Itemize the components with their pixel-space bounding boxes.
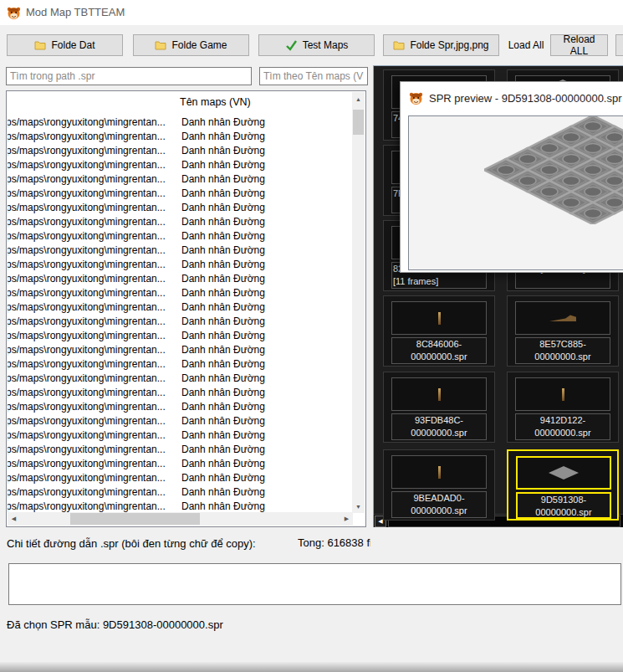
sprite-thumbnail — [515, 301, 610, 335]
reload-all-label: Reload ALL — [556, 33, 602, 57]
cell-map-name: Danh nhân Đường — [180, 130, 265, 144]
search-name-input[interactable] — [259, 67, 368, 85]
sprite-label: 9412D122-00000000.spr[11 frames] — [515, 413, 610, 440]
search-path-input[interactable] — [6, 67, 252, 85]
scroll-down-icon[interactable]: ▼ — [352, 500, 365, 513]
table-row[interactable]: ps/maps\rongyuxitong\mingrentan...Danh n… — [8, 300, 353, 315]
folde-dat-label: Folde Dat — [51, 39, 94, 51]
preview-title-bar[interactable]: SPR preview - 9D591308-00000000.spr — [401, 82, 623, 115]
sprite-card[interactable]: 9412D122-00000000.spr[11 frames] — [507, 372, 619, 443]
table-row[interactable]: ps/maps\rongyuxitong\mingrentan...Danh n… — [8, 130, 353, 144]
horizontal-scroll-thumb[interactable] — [70, 513, 200, 525]
detail-path-textbox[interactable] — [8, 563, 621, 605]
cell-path: ps/maps\rongyuxitong\mingrentan... — [8, 215, 180, 229]
table-row[interactable]: ps/maps\rongyuxitong\mingrentan...Danh n… — [8, 115, 353, 130]
scroll-up-icon[interactable]: ▲ — [352, 92, 365, 105]
sprite-thumbnail — [391, 301, 487, 335]
table-row[interactable]: ps/maps\rongyuxitong\mingrentan...Danh n… — [8, 457, 353, 471]
reload-all-button[interactable]: Reload ALL — [550, 34, 608, 56]
cell-path: ps/maps\rongyuxitong\mingrentan... — [8, 329, 180, 343]
table-row[interactable]: ps/maps\rongyuxitong\mingrentan...Danh n… — [8, 158, 353, 172]
cell-path: ps/maps\rongyuxitong\mingrentan... — [8, 158, 180, 172]
table-row[interactable]: ps/maps\rongyuxitong\mingrentan...Danh n… — [8, 286, 353, 300]
sprite-thumbnail — [515, 377, 610, 411]
table-row[interactable]: ps/maps\rongyuxitong\mingrentan...Danh n… — [8, 201, 353, 215]
table-vertical-scrollbar[interactable]: ▲ ▼ — [352, 92, 365, 513]
sprite-card[interactable]: 93FDB48C-00000000.spr[11 frames] — [383, 372, 495, 443]
folde-spr-button[interactable]: Folde Spr,jpg,png — [383, 34, 499, 56]
load-all-button[interactable]: Load All — [504, 34, 548, 56]
small-sprite-image — [438, 312, 441, 325]
sprite-card[interactable]: 8C846006-00000000.spr[11 frames] — [383, 295, 495, 367]
small-sprite-image — [562, 388, 564, 401]
spr-preview-window: SPR preview - 9D591308-00000000.spr — [400, 81, 623, 273]
tiger-app-icon — [7, 6, 21, 20]
detail-path-label: Chi tiết đường dẫn .spr (bôi đen từng ch… — [7, 537, 256, 550]
column-header-ten-maps[interactable]: Tên maps (VN) — [180, 96, 251, 108]
cell-map-name: Danh nhân Đường — [180, 244, 265, 258]
small-sprite-image — [438, 388, 441, 401]
cell-map-name: Danh nhân Đường — [180, 400, 265, 414]
folde-game-button[interactable]: Folde Game — [133, 34, 249, 56]
isometric-tile-floor-image — [484, 115, 623, 224]
sprite-file-name: 9D591308-00000000.spr — [518, 494, 610, 519]
table-row[interactable]: ps/maps\rongyuxitong\mingrentan...Danh n… — [8, 428, 353, 443]
cell-map-name: Danh nhân Đường — [180, 457, 265, 471]
small-sprite-image — [549, 315, 576, 322]
table-row[interactable]: ps/maps\rongyuxitong\mingrentan...Danh n… — [8, 329, 353, 343]
small-sprite-image — [438, 466, 441, 479]
cell-map-name: Danh nhân Đường — [180, 272, 265, 286]
scroll-right-icon[interactable]: ▶ — [340, 512, 353, 526]
table-row[interactable]: ps/maps\rongyuxitong\mingrentan...Danh n… — [8, 443, 353, 457]
sprite-label: 93FDB48C-00000000.spr[11 frames] — [391, 413, 487, 440]
table-row[interactable]: ps/maps\rongyuxitong\mingrentan...Danh n… — [8, 414, 353, 428]
test-maps-label: Test Maps — [303, 39, 349, 51]
total-files-label: Tong: 616838 file — [298, 536, 370, 549]
check-icon — [285, 40, 298, 51]
table-row[interactable]: ps/maps\rongyuxitong\mingrentan...Danh n… — [8, 386, 353, 400]
table-row[interactable]: ps/maps\rongyuxitong\mingrentan...Danh n… — [8, 372, 353, 386]
cell-path: ps/maps\rongyuxitong\mingrentan... — [8, 471, 180, 485]
folder-icon — [34, 40, 46, 50]
sprite-thumbnail — [516, 456, 611, 490]
table-row[interactable]: ps/maps\rongyuxitong\mingrentan...Danh n… — [8, 187, 353, 201]
table-row[interactable]: ps/maps\rongyuxitong\mingrentan...Danh n… — [8, 471, 353, 485]
table-row[interactable]: ps/maps\rongyuxitong\mingrentan...Danh n… — [8, 144, 353, 158]
table-row[interactable]: ps/maps\rongyuxitong\mingrentan...Danh n… — [8, 244, 353, 258]
cell-map-name: Danh nhân Đường — [180, 343, 265, 357]
vertical-scroll-thumb[interactable] — [353, 110, 364, 135]
sprite-label: 9BEADAD0-00000000.spr[11 frames] — [391, 491, 487, 518]
sprite-thumbnail — [391, 455, 487, 489]
tiger-app-icon — [409, 91, 423, 105]
cell-path: ps/maps\rongyuxitong\mingrentan... — [8, 485, 180, 500]
folde-dat-button[interactable]: Folde Dat — [7, 34, 123, 56]
scroll-left-icon[interactable]: ◀ — [8, 512, 20, 526]
cell-path: ps/maps\rongyuxitong\mingrentan... — [8, 386, 180, 400]
table-row[interactable]: ps/maps\rongyuxitong\mingrentan...Danh n… — [8, 343, 353, 357]
cell-path: ps/maps\rongyuxitong\mingrentan... — [8, 187, 180, 201]
table-row[interactable]: ps/maps\rongyuxitong\mingrentan...Danh n… — [8, 315, 353, 329]
table-row[interactable]: ps/maps\rongyuxitong\mingrentan...Danh n… — [8, 357, 353, 372]
table-horizontal-scrollbar[interactable]: ◀ ▶ — [8, 512, 353, 526]
cell-map-name: Danh nhân Đường — [180, 158, 265, 172]
sprite-card[interactable]: 9BEADAD0-00000000.spr[11 frames] — [383, 449, 495, 521]
table-row[interactable]: ps/maps\rongyuxitong\mingrentan...Danh n… — [8, 272, 353, 286]
clipped-right-button[interactable]: H — [615, 34, 623, 56]
table-row[interactable]: ps/maps\rongyuxitong\mingrentan...Danh n… — [8, 400, 353, 414]
cell-path: ps/maps\rongyuxitong\mingrentan... — [8, 315, 180, 329]
folde-game-label: Folde Game — [171, 39, 227, 51]
test-maps-button[interactable]: Test Maps — [258, 34, 375, 56]
sprite-label: 9D591308-00000000.spr[11 frames] — [516, 492, 611, 519]
table-row[interactable]: ps/maps\rongyuxitong\mingrentan...Danh n… — [8, 215, 353, 229]
title-bar[interactable]: Mod Map TBTTEAM — [0, 0, 623, 25]
sprite-card-selected[interactable]: 9D591308-00000000.spr[11 frames] — [507, 449, 619, 521]
table-row[interactable]: ps/maps\rongyuxitong\mingrentan...Danh n… — [8, 229, 353, 244]
table-row[interactable]: ps/maps\rongyuxitong\mingrentan...Danh n… — [8, 172, 353, 187]
table-row[interactable]: ps/maps\rongyuxitong\mingrentan...Danh n… — [8, 485, 353, 500]
cell-path: ps/maps\rongyuxitong\mingrentan... — [8, 357, 180, 372]
cell-map-name: Danh nhân Đường — [180, 485, 265, 500]
folde-spr-label: Folde Spr,jpg,png — [410, 39, 488, 51]
cell-path: ps/maps\rongyuxitong\mingrentan... — [8, 372, 180, 386]
sprite-card[interactable]: 8E57C885-00000000.spr[11 frames] — [507, 295, 619, 367]
table-row[interactable]: ps/maps\rongyuxitong\mingrentan...Danh n… — [8, 258, 353, 272]
